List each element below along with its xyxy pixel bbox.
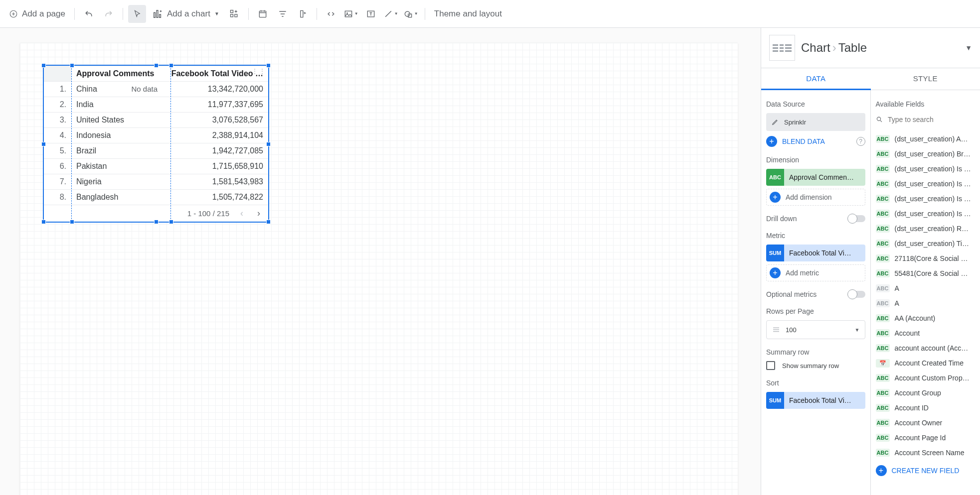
dimension-chip[interactable]: ABC Approval Commen… (766, 169, 865, 186)
calendar-icon (258, 9, 268, 19)
table-row[interactable]: 7. Nigeria 1,581,543,983 (44, 174, 268, 190)
field-name: Account Owner (895, 419, 943, 427)
redo-button[interactable] (100, 5, 118, 23)
table-row[interactable]: 5. Brazil 1,942,727,085 (44, 143, 268, 159)
col-header-index[interactable] (44, 66, 71, 82)
available-field[interactable]: ABCAccount Page Id (876, 430, 976, 445)
column-split[interactable] (170, 66, 171, 222)
available-field[interactable]: ABC(dst_user_creation) Is … (876, 176, 976, 191)
pager-next-button[interactable]: › (254, 207, 263, 220)
pager-prev-button[interactable]: ‹ (237, 207, 246, 220)
available-field[interactable]: ABC(dst_user_creation) R… (876, 221, 976, 236)
available-field[interactable]: ABC27118(Core & Social … (876, 251, 976, 266)
available-field[interactable]: ABC(dst_user_creation) Ti… (876, 236, 976, 251)
field-name: A (895, 299, 899, 307)
canvas[interactable]: ⋮⋮ Approval Comments Facebook Total Vide… (0, 28, 761, 495)
available-field[interactable]: ABCAA (Account) (876, 311, 976, 326)
available-field[interactable]: ABC(dst_user_creation) Br… (876, 146, 976, 161)
available-field[interactable]: ABCAccount (876, 326, 976, 341)
data-control-button[interactable] (294, 5, 312, 23)
available-field[interactable]: ABCaccount account (Acc… (876, 341, 976, 356)
field-type-badge: ABC (876, 135, 890, 143)
line-button[interactable]: ▼ (382, 5, 400, 23)
rows-per-page-select[interactable]: 100 ▼ (766, 320, 865, 339)
optional-metrics-toggle[interactable] (848, 291, 865, 298)
available-field[interactable]: ABC55481(Core & Social … (876, 266, 976, 281)
metric-chip[interactable]: SUM Facebook Total Vi… (766, 245, 865, 261)
text-button[interactable] (362, 5, 380, 23)
available-field[interactable]: 📅Account Created Time (876, 356, 976, 371)
sort-chip[interactable]: SUM Facebook Total Vi… (766, 392, 865, 409)
resize-handle[interactable] (41, 220, 46, 224)
show-summary-checkbox[interactable] (766, 361, 775, 370)
resize-handle[interactable] (41, 63, 46, 68)
available-field[interactable]: ABCAccount Group (876, 385, 976, 400)
table-row[interactable]: 6. Pakistan 1,715,658,910 (44, 159, 268, 174)
resize-handle[interactable] (266, 63, 271, 68)
tab-style[interactable]: STYLE (871, 68, 980, 90)
column-split-left[interactable] (71, 66, 72, 222)
table-chart[interactable]: ⋮⋮ Approval Comments Facebook Total Vide… (43, 65, 269, 223)
data-source-selector[interactable]: Sprinklr (766, 113, 865, 131)
field-search-input[interactable] (888, 116, 975, 124)
blend-data-button[interactable]: BLEND DATA (782, 137, 825, 145)
community-viz-button[interactable] (225, 5, 243, 23)
filter-icon (278, 9, 288, 19)
available-field[interactable]: ABCAccount ID (876, 400, 976, 415)
row-number: 5. (44, 143, 71, 159)
metric-cell: 13,342,720,000 (163, 82, 268, 97)
create-new-field-button[interactable]: + CREATE NEW FIELD (876, 460, 976, 481)
url-embed-button[interactable] (322, 5, 340, 23)
field-type-badge: ABC (876, 449, 890, 457)
col-header-dimension[interactable]: Approval Comments (71, 66, 163, 82)
table-row[interactable]: 2. India 11,977,337,695 (44, 97, 268, 113)
undo-button[interactable] (80, 5, 98, 23)
report-page[interactable]: ⋮⋮ Approval Comments Facebook Total Vide… (20, 43, 738, 495)
metric-cell: 1,942,727,085 (163, 143, 268, 159)
date-range-button[interactable] (254, 5, 272, 23)
table-row[interactable]: 1. ChinaNo data 13,342,720,000 (44, 82, 268, 97)
dimension-cell: Pakistan (71, 159, 163, 174)
filter-control-button[interactable] (274, 5, 292, 23)
resize-handle[interactable] (266, 220, 271, 224)
drill-down-toggle[interactable] (848, 215, 865, 222)
help-icon[interactable]: ? (856, 137, 865, 146)
available-field[interactable]: ABC(dst_user_creation) A… (876, 131, 976, 146)
drag-handle-icon[interactable]: ⋮⋮ (251, 67, 266, 75)
available-field[interactable]: ABCA (876, 281, 976, 296)
chevron-down-icon: ▼ (214, 11, 219, 16)
image-button[interactable]: ▼ (342, 5, 360, 23)
table-row[interactable]: 8. Bangladesh 1,505,724,822 (44, 190, 268, 205)
add-chart-button[interactable]: Add a chart ▼ (148, 5, 223, 23)
resize-handle[interactable] (41, 142, 46, 146)
chart-type-selector[interactable]: ▼ (965, 44, 972, 52)
field-type-badge: ABC (876, 180, 890, 188)
field-type-badge: ABC (876, 225, 890, 233)
shape-button[interactable]: ▼ (402, 5, 420, 23)
add-metric-button[interactable]: + Add metric (766, 264, 865, 281)
table-row[interactable]: 4. Indonesia 2,388,914,104 (44, 128, 268, 143)
available-fields-label: Available Fields (876, 100, 976, 108)
metric-cell: 1,505,724,822 (163, 190, 268, 205)
resize-handle[interactable] (154, 63, 159, 68)
table-row[interactable]: 3. United States 3,076,528,567 (44, 113, 268, 128)
add-page-button[interactable]: Add a page (5, 5, 69, 23)
summary-row-label: Summary row (766, 348, 865, 356)
add-dimension-button[interactable]: + Add dimension (766, 189, 865, 206)
resize-handle[interactable] (154, 220, 159, 224)
select-tool-button[interactable] (128, 5, 146, 23)
available-field[interactable]: ABC(dst_user_creation) Is … (876, 206, 976, 221)
available-field[interactable]: ABC(dst_user_creation) Is … (876, 191, 976, 206)
available-field[interactable]: ABCAccount Owner (876, 415, 976, 430)
available-field[interactable]: ABC(dst_user_creation) Is … (876, 161, 976, 176)
line-icon (383, 9, 393, 19)
shape-icon (403, 9, 413, 19)
tab-data[interactable]: DATA (761, 68, 871, 90)
available-field[interactable]: ABCA (876, 296, 976, 311)
available-field[interactable]: ABCAccount Screen Name (876, 445, 976, 460)
plus-icon: + (766, 136, 777, 147)
theme-layout-button[interactable]: Theme and layout (430, 5, 506, 23)
resize-handle[interactable] (266, 142, 271, 146)
available-field[interactable]: ABCAccount Custom Prop… (876, 371, 976, 385)
optional-metrics-label: Optional metrics (766, 290, 817, 298)
